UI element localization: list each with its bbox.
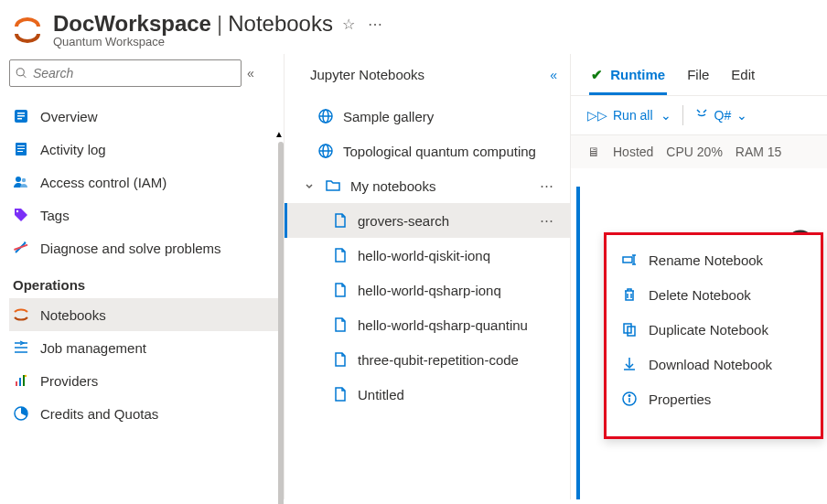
svg-rect-27 [623,257,632,263]
tab-runtime[interactable]: ✔ Runtime [589,61,667,95]
page-title-main: DocWorkspace [53,11,211,37]
tree-item-three-qubit[interactable]: three-qubit-repetition-code [285,342,570,377]
tree-label: Sample gallery [343,109,434,124]
tree-item-untitled[interactable]: Untitled [285,377,570,412]
rename-icon [621,252,638,268]
chevron-down-icon [303,180,316,191]
page-title-sub: Notebooks [228,11,333,37]
nav-label: Providers [40,373,98,389]
sidebar-item-overview[interactable]: Overview [9,100,284,133]
file-icon [332,247,349,263]
svg-rect-9 [17,151,23,152]
svg-rect-3 [17,113,25,114]
nav-label: Notebooks [40,307,106,323]
search-icon [16,67,27,80]
trash-icon [621,286,638,303]
tree-label: grovers-search [358,213,449,229]
tree-label: hello-world-qiskit-ionq [358,248,490,263]
svg-rect-8 [17,148,25,149]
sidebar-item-credits-quotas[interactable]: Credits and Quotas [9,397,284,430]
menu-label: Duplicate Notebook [649,322,768,338]
svg-point-0 [16,69,24,76]
sidebar-item-notebooks[interactable]: Notebooks [9,298,284,331]
chevron-down-icon: ⌄ [736,108,747,123]
sidebar-item-access-control[interactable]: Access control (IAM) [9,166,284,198]
button-label: Run all [613,108,653,123]
status-bar: 🖥 Hosted CPU 20% RAM 15 [571,135,827,168]
tree-item-hello-qiskit[interactable]: hello-world-qiskit-ionq [285,238,570,273]
svg-rect-17 [19,378,21,386]
svg-rect-7 [17,145,25,146]
favorite-button[interactable]: ☆ [338,12,359,37]
run-all-dropdown[interactable]: ⌄ [661,108,671,123]
notebooks-icon [13,306,29,323]
sidebar-item-providers[interactable]: Providers [9,364,284,397]
tree-item-hello-qsharp-ionq[interactable]: hello-world-qsharp-ionq [285,273,570,307]
tree-item-hello-qsharp-quantinu[interactable]: hello-world-qsharp-quantinu [285,307,570,342]
nav-label: Access control (IAM) [40,175,166,190]
tree-label: My notebooks [350,178,435,194]
menu-label: Properties [649,391,711,407]
svg-line-1 [23,75,26,78]
context-duplicate[interactable]: Duplicate Notebook [607,312,821,347]
context-delete[interactable]: Delete Notebook [607,277,821,312]
search-input[interactable] [33,66,235,80]
globe-icon [317,143,334,159]
status-ram: RAM 15 [736,145,782,159]
tab-edit[interactable]: Edit [729,61,757,95]
sidebar-item-diagnose[interactable]: Diagnose and solve problems [9,231,284,264]
tree-item-grovers-search[interactable]: grovers-search ⋯ [285,203,570,238]
tree-label: hello-world-qsharp-ionq [358,283,501,298]
context-rename[interactable]: Rename Notebook [607,242,821,277]
play-icon: ▷▷ [587,108,607,123]
overview-icon [13,108,29,124]
sidebar-item-activity-log[interactable]: Activity log [9,133,284,166]
scroll-up-icon[interactable]: ▲ [274,129,284,139]
tree-item-topological[interactable]: Topological quantum computing [285,134,570,168]
editor-toolbar: ▷▷ Run all ⌄ Q# ⌄ [571,96,827,135]
info-icon [621,391,638,407]
menu-label: Download Notebook [649,357,772,372]
plug-icon [694,107,709,124]
activity-log-icon [13,141,29,157]
more-actions-button[interactable]: ⋯ [364,12,386,37]
title-block: DocWorkspace | Notebooks ☆ ⋯ Quantum Wor… [53,11,386,48]
item-more-button[interactable]: ⋯ [540,212,559,229]
file-icon [332,316,349,333]
page-header: DocWorkspace | Notebooks ☆ ⋯ Quantum Wor… [0,0,827,54]
editor-tabs: ✔ Runtime File Edit [571,54,827,96]
tree-item-sample-gallery[interactable]: Sample gallery [285,99,570,134]
context-properties[interactable]: Properties [607,381,821,416]
collapse-panel-button[interactable]: « [550,68,557,82]
context-download[interactable]: Download Notebook [607,347,821,381]
collapse-sidebar-button[interactable]: « [247,66,254,80]
svg-point-12 [16,210,18,212]
svg-rect-5 [17,118,22,120]
file-icon [332,212,349,229]
nav-label: Diagnose and solve problems [40,241,221,256]
sidebar-item-tags[interactable]: Tags [9,198,284,231]
file-icon [332,351,349,368]
run-all-button[interactable]: ▷▷ Run all [587,108,653,123]
server-icon: 🖥 [587,145,600,159]
kernel-selector[interactable]: Q# ⌄ [694,107,748,124]
kernel-label: Q# [714,108,732,123]
svg-point-19 [25,375,27,377]
tab-file[interactable]: File [685,61,711,95]
svg-point-37 [628,395,630,397]
sidebar-item-job-management[interactable]: Job management [9,331,284,364]
tree-label: hello-world-qsharp-quantinu [358,317,528,333]
tree-folder-my-notebooks[interactable]: My notebooks ⋯ [285,168,570,203]
notebooks-panel-title: Jupyter Notebooks [310,67,424,82]
title-divider: | [217,11,222,37]
file-icon [332,386,349,402]
providers-icon [13,372,29,389]
folder-more-button[interactable]: ⋯ [540,177,559,194]
check-circle-icon: ✔ [591,67,603,82]
svg-point-11 [22,178,26,182]
duplicate-icon [621,321,638,338]
nav-label: Job management [40,340,146,356]
menu-label: Rename Notebook [649,252,763,268]
tree-label: three-qubit-repetition-code [358,352,519,368]
search-input-wrapper[interactable] [9,59,242,87]
